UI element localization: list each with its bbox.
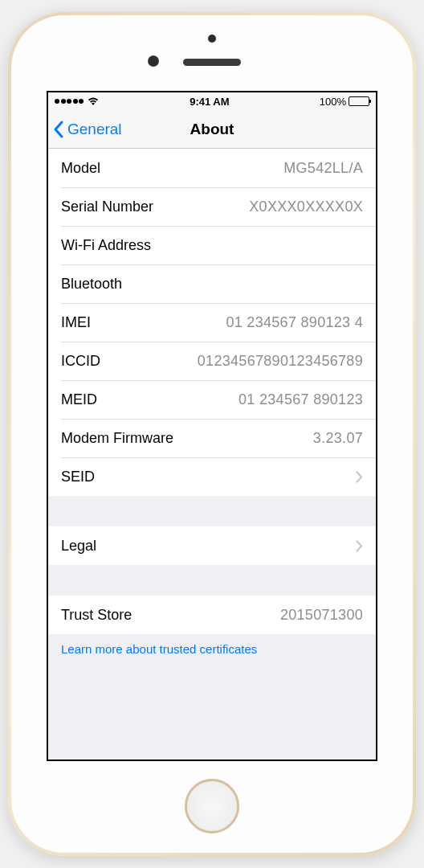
row-seid[interactable]: SEID	[48, 457, 376, 496]
group-trust-store: Trust Store 2015071300	[48, 596, 376, 634]
row-legal[interactable]: Legal	[48, 526, 376, 565]
row-label: IMEI	[61, 314, 91, 331]
battery-icon	[349, 96, 369, 106]
back-button[interactable]: General	[48, 121, 122, 138]
row-value: 2015071300	[280, 607, 363, 624]
status-right: 100%	[320, 96, 369, 108]
row-value: 3.23.07	[313, 430, 363, 447]
row-serial-number[interactable]: Serial Number X0XXX0XXXX0X	[48, 187, 376, 226]
row-value: 01234567890123456789	[198, 353, 363, 370]
chevron-right-icon	[356, 540, 363, 552]
content: Model MG542LL/A Serial Number X0XXX0XXXX…	[48, 149, 376, 760]
phone-body: 9:41 AM 100% General About	[11, 15, 413, 853]
group-legal: Legal	[48, 526, 376, 565]
row-meid[interactable]: MEID 01 234567 890123	[48, 380, 376, 419]
back-label: General	[67, 121, 122, 138]
home-button[interactable]	[185, 779, 239, 833]
row-value: X0XXX0XXXX0X	[249, 199, 363, 215]
row-value: 01 234567 890123	[238, 391, 363, 408]
row-value: MG542LL/A	[283, 160, 363, 177]
row-label: MEID	[61, 391, 97, 408]
row-label: ICCID	[61, 353, 100, 370]
status-bar: 9:41 AM 100%	[48, 92, 376, 110]
front-camera	[148, 55, 159, 67]
signal-dots-icon	[55, 99, 84, 104]
row-label: SEID	[61, 469, 95, 485]
chevron-right-icon	[356, 471, 363, 483]
row-iccid[interactable]: ICCID 01234567890123456789	[48, 342, 376, 380]
row-bluetooth[interactable]: Bluetooth	[48, 264, 376, 303]
row-trust-store[interactable]: Trust Store 2015071300	[48, 596, 376, 634]
row-label: Model	[61, 160, 100, 177]
row-label: Bluetooth	[61, 276, 122, 293]
battery-percent: 100%	[320, 96, 346, 108]
group-device-info: Model MG542LL/A Serial Number X0XXX0XXXX…	[48, 149, 376, 496]
phone-frame: 9:41 AM 100% General About	[8, 12, 416, 856]
status-left	[55, 96, 100, 106]
row-label: Legal	[61, 538, 96, 555]
row-value: 01 234567 890123 4	[226, 314, 363, 331]
row-label: Serial Number	[61, 199, 153, 215]
status-time: 9:41 AM	[190, 96, 229, 108]
wifi-icon	[87, 96, 100, 106]
navigation-bar: General About	[48, 110, 376, 149]
row-label: Wi-Fi Address	[61, 237, 151, 254]
trusted-certificates-link[interactable]: Learn more about trusted certificates	[48, 634, 376, 664]
row-model[interactable]: Model MG542LL/A	[48, 149, 376, 187]
row-imei[interactable]: IMEI 01 234567 890123 4	[48, 303, 376, 342]
speaker-grille	[183, 59, 241, 66]
row-modem-firmware[interactable]: Modem Firmware 3.23.07	[48, 419, 376, 457]
row-label: Modem Firmware	[61, 430, 173, 447]
row-label: Trust Store	[61, 607, 132, 624]
chevron-left-icon	[53, 121, 64, 138]
page-title: About	[190, 121, 234, 138]
disclosure	[356, 471, 363, 483]
disclosure	[356, 540, 363, 552]
row-wifi-address[interactable]: Wi-Fi Address	[48, 226, 376, 264]
screen: 9:41 AM 100% General About	[47, 91, 377, 761]
sensor-dot	[208, 35, 216, 43]
